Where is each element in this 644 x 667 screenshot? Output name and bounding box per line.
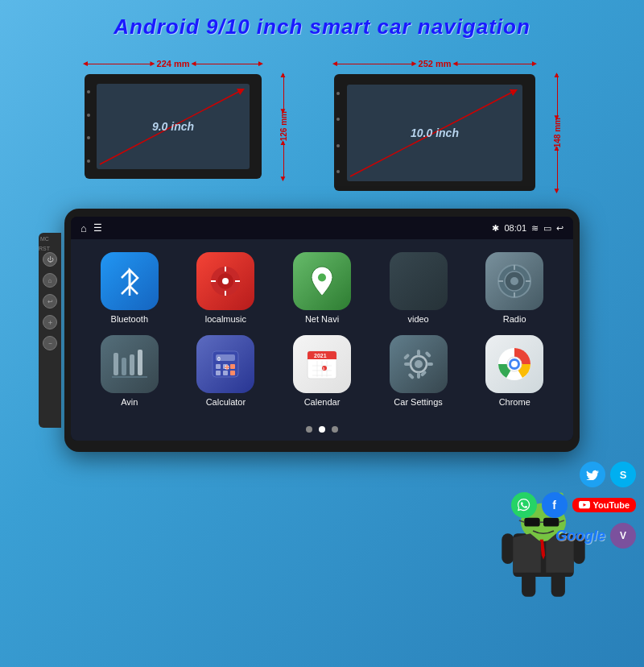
avin-svg bbox=[110, 346, 149, 382]
svg-rect-56 bbox=[407, 373, 414, 379]
dot-9 bbox=[87, 160, 90, 163]
v-line-10 bbox=[557, 74, 558, 118]
netnavi-svg bbox=[308, 265, 336, 297]
svg-point-10 bbox=[318, 274, 326, 282]
home-icon: ⌂ bbox=[80, 222, 87, 234]
vol-down-button[interactable]: － bbox=[43, 336, 57, 350]
svg-rect-50 bbox=[417, 350, 420, 356]
car-screen: ⌂ ☰ ✱ 08:01 ≋ ▭ ↩ bbox=[71, 217, 573, 441]
device-10inch: 252 mm bbox=[334, 74, 535, 191]
netnavi-icon-img bbox=[293, 252, 351, 310]
app-netnavi[interactable]: Net Navi bbox=[279, 252, 365, 324]
svg-rect-53 bbox=[427, 362, 433, 366]
svg-rect-54 bbox=[402, 354, 409, 360]
page-title: Android 9/10 inch smart car navigation bbox=[0, 0, 644, 39]
h-arrow-line-left bbox=[85, 64, 154, 64]
radio-label: Radio bbox=[503, 314, 526, 324]
calculator-label: Calculator bbox=[206, 397, 246, 407]
calendar-svg: 2021 5 bbox=[304, 346, 340, 382]
width-label-9: 224 mm bbox=[154, 59, 193, 68]
app-avin[interactable]: Avin bbox=[87, 335, 172, 407]
svg-rect-51 bbox=[417, 372, 420, 379]
status-right: ✱ 08:01 ≋ ▭ ↩ bbox=[492, 223, 564, 234]
carsettings-svg bbox=[401, 346, 436, 382]
app-video[interactable]: video bbox=[376, 252, 461, 324]
svg-rect-18 bbox=[114, 353, 118, 375]
dot-10 bbox=[336, 118, 340, 121]
app-calculator[interactable]: 0 Calculator bbox=[184, 335, 269, 407]
power-button[interactable]: ⏻ bbox=[43, 252, 57, 267]
skype-icon: S bbox=[620, 469, 627, 481]
app-chrome[interactable]: Chrome bbox=[472, 335, 557, 407]
app-calendar[interactable]: 2021 5 Calendar bbox=[279, 335, 365, 407]
dot-10 bbox=[336, 144, 340, 147]
width-arrow-9: 224 mm bbox=[85, 56, 262, 71]
bluetooth-svg bbox=[115, 267, 144, 296]
calendar-icon-img: 2021 5 bbox=[293, 335, 351, 393]
side-dots-10 bbox=[336, 74, 340, 191]
whatsapp-icon bbox=[518, 499, 530, 512]
youtube-label: YouTube bbox=[593, 500, 630, 510]
carsettings-label: Car Settings bbox=[394, 397, 443, 407]
page-indicator bbox=[71, 420, 573, 441]
skype-badge[interactable]: S bbox=[610, 462, 636, 487]
avin-icon-img bbox=[101, 335, 159, 393]
svg-text:2021: 2021 bbox=[314, 353, 327, 358]
svg-rect-30 bbox=[230, 371, 235, 375]
calculator-svg: 0 bbox=[208, 346, 243, 382]
svg-rect-8 bbox=[211, 280, 216, 282]
svg-text:0: 0 bbox=[217, 356, 221, 362]
back-status-icon: ↩ bbox=[556, 223, 564, 234]
twitter-badge[interactable] bbox=[580, 462, 605, 487]
svg-rect-29 bbox=[223, 371, 228, 375]
svg-rect-57 bbox=[424, 351, 431, 358]
page-dot-3[interactable] bbox=[332, 426, 338, 433]
svg-rect-25 bbox=[216, 364, 221, 369]
device-9inch: 224 mm bbox=[85, 74, 262, 191]
avin-label: Avin bbox=[121, 397, 138, 407]
chrome-svg bbox=[496, 346, 533, 383]
back-button-side[interactable]: ↩ bbox=[43, 294, 57, 309]
svg-rect-19 bbox=[122, 358, 126, 375]
video-icon-img bbox=[390, 252, 448, 310]
video-label: video bbox=[407, 314, 428, 324]
facebook-badge[interactable]: f bbox=[542, 492, 568, 518]
battery-icon: ▭ bbox=[543, 223, 551, 234]
svg-rect-7 bbox=[225, 291, 226, 296]
svg-rect-52 bbox=[404, 362, 411, 366]
page-dot-2[interactable] bbox=[319, 426, 325, 433]
svg-rect-6 bbox=[225, 267, 226, 271]
side-panel: MC RST ⏻ ⌂ ↩ ＋ － bbox=[39, 233, 61, 428]
device-box-9: 9.0 inch 126 mm bbox=[85, 74, 262, 179]
app-bluetooth[interactable]: Bluetooth bbox=[87, 252, 172, 324]
car-unit-wrapper: MC RST ⏻ ⌂ ↩ ＋ － ⌂ ☰ ✱ 08:01 ≋ bbox=[64, 209, 580, 452]
whatsapp-badge[interactable] bbox=[511, 492, 537, 518]
page-dot-1[interactable] bbox=[306, 426, 312, 433]
car-unit-section: MC RST ⏻ ⌂ ↩ ＋ － ⌂ ☰ ✱ 08:01 ≋ bbox=[0, 209, 644, 452]
size-label-10: 10.0 inch bbox=[411, 126, 459, 139]
h-arrow-line-right-10 bbox=[455, 64, 536, 64]
h-arrow-line-left-10 bbox=[334, 64, 415, 64]
app-carsettings[interactable]: Car Settings bbox=[376, 335, 461, 407]
svg-point-61 bbox=[511, 361, 518, 367]
youtube-badge[interactable]: YouTube bbox=[572, 498, 636, 512]
app-localmusic[interactable]: localmusic bbox=[184, 252, 269, 324]
dot-10 bbox=[336, 92, 340, 95]
status-left: ⌂ ☰ bbox=[80, 222, 102, 234]
rst-label: RST bbox=[39, 246, 50, 251]
viber-badge[interactable]: V bbox=[610, 523, 636, 549]
facebook-icon: f bbox=[552, 499, 556, 512]
app-radio[interactable]: Radio bbox=[472, 252, 557, 324]
size-label-9: 9.0 inch bbox=[152, 120, 194, 133]
dot-9 bbox=[87, 136, 90, 139]
youtube-icon bbox=[579, 501, 590, 509]
radio-svg bbox=[495, 262, 534, 300]
home-button[interactable]: ⌂ bbox=[43, 273, 57, 288]
calendar-label: Calendar bbox=[304, 397, 341, 407]
device-box-10: 10.0 inch 148 mm bbox=[334, 74, 535, 191]
chrome-label: Chrome bbox=[499, 397, 530, 407]
bluetooth-icon-img bbox=[101, 252, 159, 310]
chrome-icon-img bbox=[485, 335, 543, 393]
vol-up-button[interactable]: ＋ bbox=[43, 315, 57, 329]
device-outer-9: 9.0 inch bbox=[85, 74, 262, 179]
